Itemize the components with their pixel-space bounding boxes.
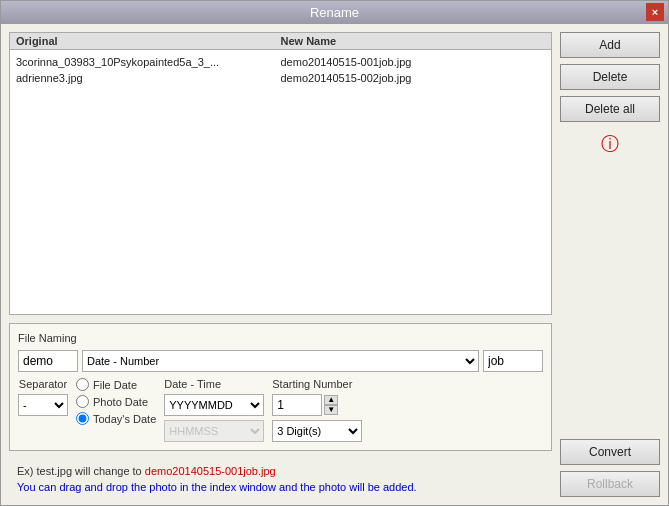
- time-format-select[interactable]: HHMMSS: [164, 420, 264, 442]
- naming-row1: Date - Number Number - Date Date Only Nu…: [18, 350, 543, 372]
- bottom-info: Ex) test.jpg will change to demo20140515…: [9, 459, 552, 497]
- right-panel: Add Delete Delete all ⓘ Convert Rollback: [560, 32, 660, 497]
- example-text: Ex) test.jpg will change to demo20140515…: [17, 465, 544, 477]
- info-icon: ⓘ: [560, 132, 660, 156]
- close-button[interactable]: ×: [646, 3, 664, 21]
- date-time-label: Date - Time: [164, 378, 264, 390]
- header-original: Original: [16, 35, 281, 47]
- spinner-up-button[interactable]: ▲: [324, 395, 338, 405]
- delete-button[interactable]: Delete: [560, 64, 660, 90]
- separator-section: Separator - _ none: [18, 378, 68, 442]
- file-naming-section: File Naming Date - Number Number - Date …: [9, 323, 552, 451]
- radio-photo-date-label: Photo Date: [93, 396, 148, 408]
- starting-number-label: Starting Number: [272, 378, 362, 390]
- new-filename-1: demo20140515-001job.jpg: [281, 56, 546, 68]
- left-panel: Original New Name 3corinna_03983_10Psyko…: [9, 32, 552, 497]
- naming-controls: Separator - _ none Fi: [18, 378, 543, 442]
- digit-select[interactable]: 3 Digit(s) 2 Digit(s) 4 Digit(s) 5 Digit…: [272, 420, 362, 442]
- example-filename: demo20140515-001job.jpg: [145, 465, 276, 477]
- window-title: Rename: [9, 5, 660, 20]
- starting-number-section: Starting Number ▲ ▼ 3 Digit(s) 2 Digit(s…: [272, 378, 362, 442]
- radio-photo-date[interactable]: Photo Date: [76, 395, 156, 408]
- format-select[interactable]: Date - Number Number - Date Date Only Nu…: [82, 350, 479, 372]
- example-prefix: Ex) test.jpg will change to: [17, 465, 145, 477]
- separator-select[interactable]: - _ none: [18, 394, 68, 416]
- rollback-button[interactable]: Rollback: [560, 471, 660, 497]
- table-row: adrienne3.jpg demo20140515-002job.jpg: [16, 70, 545, 86]
- separator-label: Separator: [19, 378, 67, 390]
- original-filename-1: 3corinna_03983_10Psykopainted5a_3_...: [16, 56, 281, 68]
- radio-today-date[interactable]: Today's Date: [76, 412, 156, 425]
- drag-drop-text: You can drag and drop the photo in the i…: [17, 481, 544, 493]
- table-row: 3corinna_03983_10Psykopainted5a_3_... de…: [16, 54, 545, 70]
- date-type-section: File Date Photo Date Today's Date: [76, 378, 156, 442]
- radio-file-date[interactable]: File Date: [76, 378, 156, 391]
- radio-file-date-label: File Date: [93, 379, 137, 391]
- title-bar: Rename ×: [1, 1, 668, 24]
- date-format-select[interactable]: YYYYMMDD YYYY-MM-DD MMDDYYYY: [164, 394, 264, 416]
- spinner-down-button[interactable]: ▼: [324, 405, 338, 415]
- original-filename-2: adrienne3.jpg: [16, 72, 281, 84]
- file-list-header: Original New Name: [10, 33, 551, 50]
- radio-photo-date-input[interactable]: [76, 395, 89, 408]
- file-naming-label: File Naming: [18, 332, 543, 344]
- date-time-section: Date - Time YYYYMMDD YYYY-MM-DD MMDDYYYY…: [164, 378, 264, 442]
- radio-today-date-input[interactable]: [76, 412, 89, 425]
- new-filename-2: demo20140515-002job.jpg: [281, 72, 546, 84]
- rename-window: Rename × Original New Name 3corinna_0398…: [0, 0, 669, 506]
- number-input-wrapper: ▲ ▼: [272, 394, 362, 416]
- convert-button[interactable]: Convert: [560, 439, 660, 465]
- starting-number-input[interactable]: [272, 394, 322, 416]
- file-list-container: Original New Name 3corinna_03983_10Psyko…: [9, 32, 552, 315]
- spinner-buttons: ▲ ▼: [324, 395, 338, 415]
- header-new-name: New Name: [281, 35, 546, 47]
- prefix-input[interactable]: [18, 350, 78, 372]
- main-content: Original New Name 3corinna_03983_10Psyko…: [1, 24, 668, 505]
- delete-all-button[interactable]: Delete all: [560, 96, 660, 122]
- radio-file-date-input[interactable]: [76, 378, 89, 391]
- suffix-input[interactable]: [483, 350, 543, 372]
- add-button[interactable]: Add: [560, 32, 660, 58]
- file-list-body: 3corinna_03983_10Psykopainted5a_3_... de…: [10, 50, 551, 90]
- radio-today-date-label: Today's Date: [93, 413, 156, 425]
- radio-group: File Date Photo Date Today's Date: [76, 378, 156, 425]
